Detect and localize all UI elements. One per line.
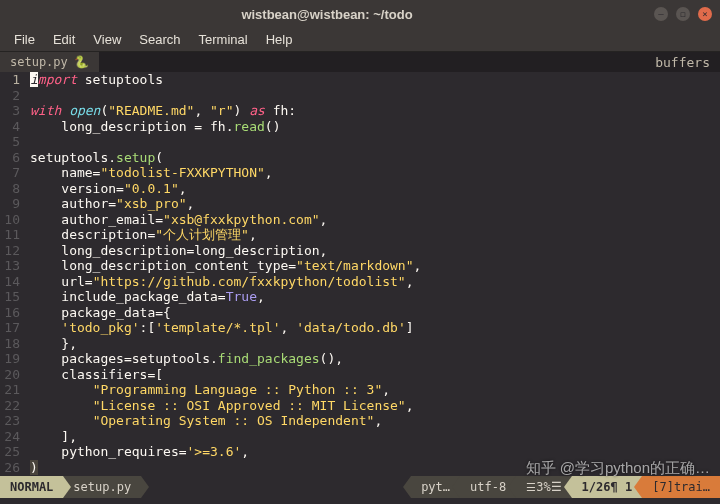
editor-area[interactable]: 1234567891011121314151617181920212223242… bbox=[0, 72, 720, 476]
window-titlebar: wistbean@wistbean: ~/todo – ◻ × bbox=[0, 0, 720, 28]
status-filename: setup.py bbox=[63, 476, 141, 498]
menu-search[interactable]: Search bbox=[131, 30, 188, 49]
maximize-button[interactable]: ◻ bbox=[676, 7, 690, 21]
code-line[interactable]: "Programming Language :: Python :: 3", bbox=[30, 382, 720, 398]
code-line[interactable]: ], bbox=[30, 429, 720, 445]
line-number: 14 bbox=[0, 274, 20, 290]
line-number: 18 bbox=[0, 336, 20, 352]
close-button[interactable]: × bbox=[698, 7, 712, 21]
line-number: 11 bbox=[0, 227, 20, 243]
code-line[interactable]: author="xsb_pro", bbox=[30, 196, 720, 212]
code-line[interactable]: 'todo_pkg':['template/*.tpl', 'data/todo… bbox=[30, 320, 720, 336]
code-line[interactable]: }, bbox=[30, 336, 720, 352]
code-line[interactable] bbox=[30, 88, 720, 104]
line-number: 9 bbox=[0, 196, 20, 212]
line-number: 12 bbox=[0, 243, 20, 259]
status-position: 1/26 ¶ 1 bbox=[572, 476, 643, 498]
code-line[interactable]: version="0.0.1", bbox=[30, 181, 720, 197]
buffers-label[interactable]: buffers bbox=[645, 52, 720, 72]
line-number: 24 bbox=[0, 429, 20, 445]
line-number: 19 bbox=[0, 351, 20, 367]
code-line[interactable]: long_description_content_type="text/mark… bbox=[30, 258, 720, 274]
line-number: 3 bbox=[0, 103, 20, 119]
line-number: 25 bbox=[0, 444, 20, 460]
line-number: 21 bbox=[0, 382, 20, 398]
menu-file[interactable]: File bbox=[6, 30, 43, 49]
line-number: 17 bbox=[0, 320, 20, 336]
hamburger-icon: ☰ bbox=[526, 481, 536, 494]
code-line[interactable]: python_requires='>=3.6', bbox=[30, 444, 720, 460]
line-number: 20 bbox=[0, 367, 20, 383]
line-number: 7 bbox=[0, 165, 20, 181]
code-line[interactable]: with open("README.md", "r") as fh: bbox=[30, 103, 720, 119]
code-line[interactable]: "License :: OSI Approved :: MIT License"… bbox=[30, 398, 720, 414]
tab-bar: setup.py 🐍 buffers bbox=[0, 52, 720, 72]
status-trailing: [7]trai… bbox=[642, 476, 720, 498]
menu-view[interactable]: View bbox=[85, 30, 129, 49]
window-buttons: – ◻ × bbox=[654, 7, 712, 21]
line-number: 26 bbox=[0, 460, 20, 476]
code-line[interactable]: package_data={ bbox=[30, 305, 720, 321]
line-number: 6 bbox=[0, 150, 20, 166]
line-number: 23 bbox=[0, 413, 20, 429]
python-icon: 🐍 bbox=[74, 55, 89, 69]
menu-terminal[interactable]: Terminal bbox=[191, 30, 256, 49]
code-line[interactable]: packages=setuptools.find_packages(), bbox=[30, 351, 720, 367]
zhihu-watermark: 知乎 @学习python的正确… bbox=[526, 459, 710, 478]
code-line[interactable]: include_package_data=True, bbox=[30, 289, 720, 305]
code-line[interactable]: long_description=long_description, bbox=[30, 243, 720, 259]
line-number: 4 bbox=[0, 119, 20, 135]
status-mode: NORMAL bbox=[0, 476, 63, 498]
minimize-button[interactable]: – bbox=[654, 7, 668, 21]
code-line[interactable]: long_description = fh.read() bbox=[30, 119, 720, 135]
menu-bar: FileEditViewSearchTerminalHelp bbox=[0, 28, 720, 52]
line-number: 16 bbox=[0, 305, 20, 321]
window-title: wistbean@wistbean: ~/todo bbox=[0, 7, 654, 22]
code-line[interactable]: url="https://github.com/fxxkpython/todol… bbox=[30, 274, 720, 290]
code-line[interactable] bbox=[30, 134, 720, 150]
status-bar: NORMAL setup.py pyt… utf-8 ☰ 3% ☰ 1/26 ¶… bbox=[0, 476, 720, 498]
menu-edit[interactable]: Edit bbox=[45, 30, 83, 49]
line-number-gutter: 1234567891011121314151617181920212223242… bbox=[0, 72, 26, 476]
menu-help[interactable]: Help bbox=[258, 30, 301, 49]
line-number: 5 bbox=[0, 134, 20, 150]
line-number: 8 bbox=[0, 181, 20, 197]
line-number: 2 bbox=[0, 88, 20, 104]
line-number: 22 bbox=[0, 398, 20, 414]
line-number: 1 bbox=[0, 72, 20, 88]
tab-setup-py[interactable]: setup.py 🐍 bbox=[0, 52, 99, 72]
line-number: 13 bbox=[0, 258, 20, 274]
code-line[interactable]: description="个人计划管理", bbox=[30, 227, 720, 243]
code-line[interactable]: "Operating System :: OS Independent", bbox=[30, 413, 720, 429]
code-line[interactable]: name="todolist-FXXKPYTHON", bbox=[30, 165, 720, 181]
line-number: 10 bbox=[0, 212, 20, 228]
code-line[interactable]: setuptools.setup( bbox=[30, 150, 720, 166]
code-line[interactable]: classifiers=[ bbox=[30, 367, 720, 383]
code-line[interactable]: import setuptools bbox=[30, 72, 720, 88]
code-content[interactable]: import setuptoolswith open("README.md", … bbox=[26, 72, 720, 476]
tab-label: setup.py bbox=[10, 55, 68, 69]
line-number: 15 bbox=[0, 289, 20, 305]
code-line[interactable]: author_email="xsb@fxxkpython.com", bbox=[30, 212, 720, 228]
